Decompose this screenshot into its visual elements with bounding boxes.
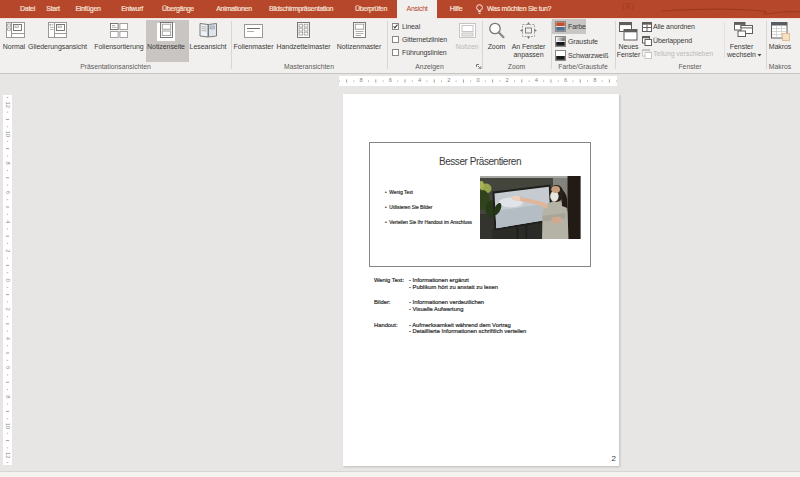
svg-text:2: 2 <box>5 249 11 252</box>
svg-text:8: 8 <box>5 162 11 165</box>
svg-text:8: 8 <box>593 77 596 83</box>
svg-text:2: 2 <box>5 308 11 311</box>
svg-text:12: 12 <box>5 102 11 108</box>
svg-text:6: 6 <box>5 191 11 194</box>
svg-text:8: 8 <box>5 395 11 398</box>
svg-text:0: 0 <box>5 278 11 281</box>
svg-text:12: 12 <box>5 452 11 458</box>
svg-text:10: 10 <box>5 423 11 429</box>
svg-text:2: 2 <box>447 77 450 83</box>
svg-text:6: 6 <box>389 77 392 83</box>
svg-text:6: 6 <box>564 77 567 83</box>
svg-text:6: 6 <box>5 366 11 369</box>
svg-text:2: 2 <box>506 77 509 83</box>
svg-text:8: 8 <box>360 77 363 83</box>
svg-text:10: 10 <box>5 131 11 137</box>
svg-text:0: 0 <box>476 77 479 83</box>
